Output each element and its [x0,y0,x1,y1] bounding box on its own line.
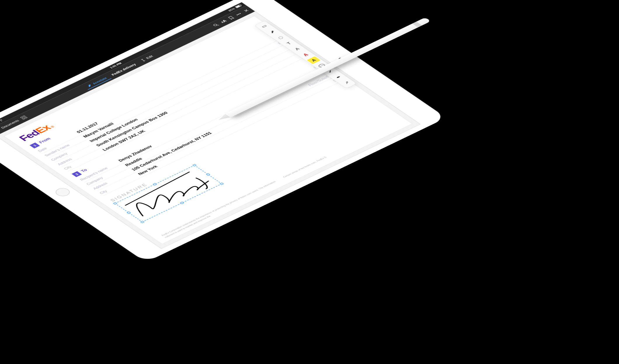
close-icon[interactable] [242,8,250,13]
tool-signature[interactable]: ✒ [332,73,346,81]
tool-text-box[interactable]: A [290,45,304,53]
resize-handle[interactable] [127,211,131,214]
signature-drawing[interactable] [116,165,221,222]
document-page[interactable]: Fed Ex ® 1 From Date 01.11.2017 Sende [4,16,413,244]
resize-handle[interactable] [180,202,184,204]
from-address-label: Address [56,147,95,166]
svg-rect-4 [23,116,25,117]
section-from-title: From [38,137,52,144]
tool-shape[interactable]: ↗ [340,79,354,87]
back-icon[interactable] [0,129,0,133]
date-label: Date [37,133,76,153]
svg-point-9 [238,14,240,15]
resize-handle[interactable] [220,183,224,185]
tool-highlight[interactable]: A [307,56,321,64]
section-to-title: To [80,168,88,173]
resize-handle[interactable] [192,164,197,166]
pen-icon [86,83,93,88]
logo-part-ex: Ex [33,123,53,135]
svg-rect-5 [22,118,25,120]
resize-handle[interactable] [206,173,210,176]
fineprint-col1: FedEx Corporation understands the import… [161,180,281,239]
signature-selection-box[interactable] [115,165,222,222]
section-to-number: 2 [72,171,82,177]
svg-rect-3 [20,117,23,118]
pencil-band [412,22,422,27]
tool-text[interactable]: T [282,39,296,47]
recipient-name-label: Recipent's name [79,162,117,181]
section-from-number: 1 [29,143,40,148]
tab-edit-label: Edit [145,55,154,60]
svg-rect-1 [235,5,240,8]
from-city-label: City [63,151,102,170]
text-size-icon[interactable]: AA [220,19,228,24]
ipad-home-button[interactable] [53,186,73,198]
tool-underline[interactable]: A [298,51,312,59]
logo-part-fed: Fed [17,129,42,143]
more-icon[interactable] [235,12,243,16]
resize-handle[interactable] [140,221,145,223]
thumbnails-icon[interactable] [20,115,28,120]
svg-point-7 [213,24,218,26]
from-company-label: Company [50,142,88,162]
search-icon[interactable] [212,23,220,27]
resize-handle[interactable] [153,183,157,186]
bookmark-icon[interactable] [227,15,235,20]
sender-name-label: Sender's name [44,138,82,157]
tool-select-rect[interactable]: ▭ [257,22,271,30]
tool-pointer[interactable]: ⬈ [265,28,279,36]
svg-point-8 [237,14,238,15]
svg-rect-6 [25,117,27,118]
to-city-label: City [98,175,137,195]
text-cursor-icon [139,58,147,62]
tool-eraser[interactable]: ◌ [274,34,288,41]
legal-fine-print: FedEx Corporation understands the import… [161,122,402,239]
logo-registered: ® [50,125,55,128]
resize-handle[interactable] [113,202,117,204]
svg-point-10 [239,13,241,14]
to-address-label: Address [92,171,131,190]
fineprint-col2: Certain areas of fed fedex.com, FedEx S [282,122,402,180]
to-company-label: Company [86,167,124,186]
